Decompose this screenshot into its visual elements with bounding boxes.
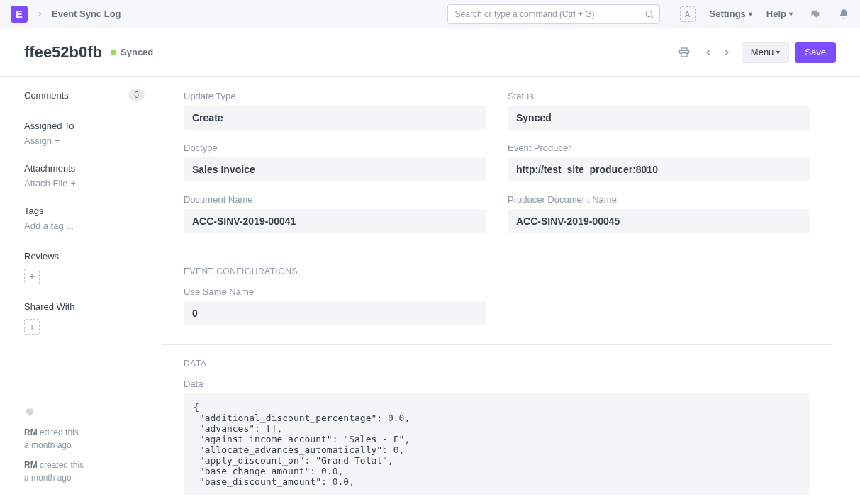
- assigned-to-label: Assigned To: [24, 121, 145, 131]
- help-link[interactable]: Help ▾: [766, 9, 793, 19]
- field-value-document-name[interactable]: ACC-SINV-2019-00041: [184, 209, 486, 233]
- logo-letter: E: [16, 9, 22, 20]
- chevron-right-icon: [36, 11, 43, 18]
- print-icon[interactable]: [675, 43, 693, 62]
- field-label: Status: [508, 91, 810, 101]
- plus-icon: +: [70, 178, 76, 189]
- search-icon: [644, 9, 654, 19]
- activity-entry: RM edited this a month ago: [24, 426, 145, 452]
- field-value-doctype[interactable]: Sales Invoice: [184, 157, 486, 181]
- svg-rect-3: [681, 52, 687, 56]
- add-share-button[interactable]: +: [24, 319, 40, 335]
- page-actions: Menu ▾ Save: [675, 42, 836, 63]
- field-label: Data: [184, 379, 810, 389]
- add-tag-button[interactable]: Add a tag ...: [24, 220, 145, 231]
- field-label: Event Producer: [508, 142, 810, 153]
- save-button[interactable]: Save: [795, 42, 836, 63]
- section-heading: Event Configurations: [184, 267, 810, 276]
- activity-entry: RM created this a month ago: [24, 459, 145, 484]
- status-dot-icon: [111, 50, 116, 55]
- add-review-button[interactable]: +: [24, 269, 40, 284]
- field-label: Producer Document Name: [508, 194, 810, 205]
- plus-icon: +: [55, 135, 60, 146]
- comments-count: 0: [128, 89, 145, 101]
- field-value-update-type[interactable]: Create: [184, 106, 486, 130]
- search-input[interactable]: [447, 4, 660, 24]
- attach-file-button[interactable]: Attach File +: [24, 178, 145, 189]
- settings-link[interactable]: Settings ▾: [710, 9, 752, 19]
- form-section-data: Data Data { "additional_discount_percent…: [162, 345, 832, 504]
- navbar: E Event Sync Log A Settings ▾ Help ▾: [0, 0, 860, 28]
- shared-with-label: Shared With: [24, 301, 145, 312]
- tags-label: Tags: [24, 206, 145, 216]
- form-sidebar: Comments 0 Assigned To Assign + Attachme…: [0, 77, 162, 504]
- caret-down-icon: ▾: [789, 10, 793, 18]
- page-title: ffee52b0fb: [24, 43, 102, 62]
- next-icon[interactable]: [717, 43, 736, 62]
- comments-label[interactable]: Comments: [24, 90, 69, 101]
- reviews-label: Reviews: [24, 251, 145, 262]
- form-main: Update Type Create Doctype Sales Invoice…: [162, 77, 860, 504]
- prev-icon[interactable]: [699, 43, 717, 62]
- caret-down-icon: ▾: [749, 10, 752, 18]
- page-header: ffee52b0fb Synced Menu ▾ Save: [0, 28, 860, 77]
- form-section-main: Update Type Create Doctype Sales Invoice…: [162, 77, 832, 252]
- heart-icon[interactable]: [24, 406, 145, 418]
- bell-icon[interactable]: [838, 9, 849, 20]
- section-heading: Data: [184, 359, 810, 369]
- field-label: Document Name: [184, 194, 486, 205]
- field-label: Doctype: [184, 142, 486, 153]
- status-indicator: Synced: [111, 47, 153, 57]
- svg-point-0: [646, 11, 652, 16]
- field-value-data[interactable]: { "additional_discount_percentage": 0.0,…: [184, 393, 810, 495]
- assign-button[interactable]: Assign +: [24, 135, 145, 146]
- field-value-producer-doc[interactable]: ACC-SINV-2019-00045: [508, 209, 810, 233]
- chat-icon[interactable]: [810, 9, 821, 20]
- svg-line-1: [651, 16, 653, 18]
- app-logo[interactable]: E: [11, 6, 28, 23]
- menu-button[interactable]: Menu ▾: [742, 42, 790, 63]
- field-label: Use Same Name: [184, 286, 486, 297]
- field-value-use-same-name[interactable]: 0: [184, 301, 486, 325]
- breadcrumb[interactable]: Event Sync Log: [52, 9, 121, 19]
- caret-down-icon: ▾: [776, 48, 780, 56]
- field-value-status[interactable]: Synced: [508, 106, 810, 130]
- field-value-event-producer[interactable]: http://test_site_producer:8010: [508, 157, 810, 181]
- status-text: Synced: [121, 47, 153, 57]
- field-label: Update Type: [184, 91, 486, 101]
- search-wrap: [447, 4, 660, 24]
- user-avatar[interactable]: A: [680, 6, 696, 22]
- form-section-event-config: Event Configurations Use Same Name 0: [162, 252, 832, 345]
- attachments-label: Attachments: [24, 163, 145, 174]
